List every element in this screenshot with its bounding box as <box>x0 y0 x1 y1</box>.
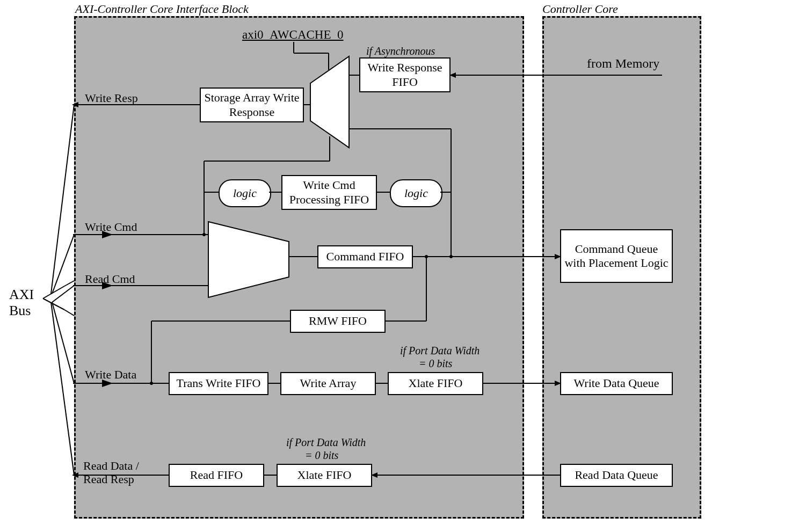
port-width-rd-l2: = 0 bits <box>305 449 338 462</box>
awcache-label: axi0_AWCACHE_0 <box>242 28 344 42</box>
svg-line-45 <box>52 302 74 383</box>
xlate-fifo-wd-block: Xlate FIFO <box>388 372 483 395</box>
logic-1-pill: logic <box>219 179 271 207</box>
rmw-fifo-block: RMW FIFO <box>290 310 386 333</box>
inport-arb-l1: In-Port <box>224 235 258 249</box>
if-async-label: if Asynchronous <box>366 45 435 57</box>
write-resp-fifo-block: Write Response FIFO <box>359 57 451 92</box>
command-fifo-text: Command FIFO <box>326 250 404 264</box>
logic-1-text: logic <box>233 186 257 200</box>
write-cmd-label: Write Cmd <box>85 220 137 234</box>
port-width-wd-l1: if Port Data Width <box>400 345 480 357</box>
read-cmd-label: Read Cmd <box>85 272 135 286</box>
inport-arb-l2: Arbitration <box>214 268 266 282</box>
storage-array-block: Storage Array Write Response <box>200 88 304 122</box>
rmw-fifo-text: RMW FIFO <box>309 314 367 328</box>
axi-bus-label-1: AXI <box>9 287 34 303</box>
write-cmd-fifo-text: Write Cmd Processing FIFO <box>285 178 374 207</box>
axi-bus-label-2: Bus <box>9 303 31 319</box>
read-data-label: Read Data / <box>83 459 139 473</box>
read-resp-label: Read Resp <box>83 472 134 486</box>
write-cmd-fifo-block: Write Cmd Processing FIFO <box>281 175 377 210</box>
port-width-rd-l1: if Port Data Width <box>286 436 366 449</box>
svg-line-42 <box>51 105 74 294</box>
trans-write-fifo-text: Trans Write FIFO <box>177 376 261 390</box>
xlate-fifo-wd-text: Xlate FIFO <box>409 376 463 390</box>
logic-2-pill: logic <box>390 179 442 207</box>
from-memory-label: from Memory <box>587 56 659 71</box>
write-resp-fifo-text1: Write Response <box>367 61 442 75</box>
command-queue-block: Command Queue with Placement Logic <box>560 229 673 283</box>
write-resp-fifo-text2: FIFO <box>392 75 418 89</box>
logic-2-text: logic <box>404 186 428 200</box>
trans-write-fifo-block: Trans Write FIFO <box>169 372 268 395</box>
read-fifo-text: Read FIFO <box>190 468 243 482</box>
xlate-fifo-rd-text: Xlate FIFO <box>297 468 352 482</box>
svg-line-44 <box>52 286 74 302</box>
svg-line-46 <box>51 302 74 475</box>
command-queue-text: Command Queue with Placement Logic <box>563 242 670 271</box>
svg-line-40 <box>64 281 74 286</box>
read-data-queue-text: Read Data Queue <box>575 468 658 482</box>
storage-array-text: Storage Array Write Response <box>203 91 301 119</box>
read-data-queue-block: Read Data Queue <box>560 464 673 487</box>
read-fifo-block: Read FIFO <box>169 464 264 487</box>
port-width-wd-l2: = 0 bits <box>419 358 452 370</box>
write-array-block: Write Array <box>280 372 376 395</box>
svg-line-43 <box>52 235 74 294</box>
write-data-label: Write Data <box>85 368 136 382</box>
write-data-queue-block: Write Data Queue <box>560 372 673 395</box>
write-data-queue-text: Write Data Queue <box>573 376 659 390</box>
block-diagram: AXI-Controller Core Interface Block Cont… <box>0 0 799 532</box>
xlate-fifo-rd-block: Xlate FIFO <box>277 464 372 487</box>
svg-line-41 <box>64 310 74 316</box>
write-resp-label: Write Resp <box>85 91 138 105</box>
controller-core-title: Controller Core <box>542 2 618 16</box>
axi-block-title: AXI-Controller Core Interface Block <box>75 2 249 16</box>
command-fifo-block: Command FIFO <box>317 245 413 268</box>
write-array-text: Write Array <box>300 376 357 390</box>
